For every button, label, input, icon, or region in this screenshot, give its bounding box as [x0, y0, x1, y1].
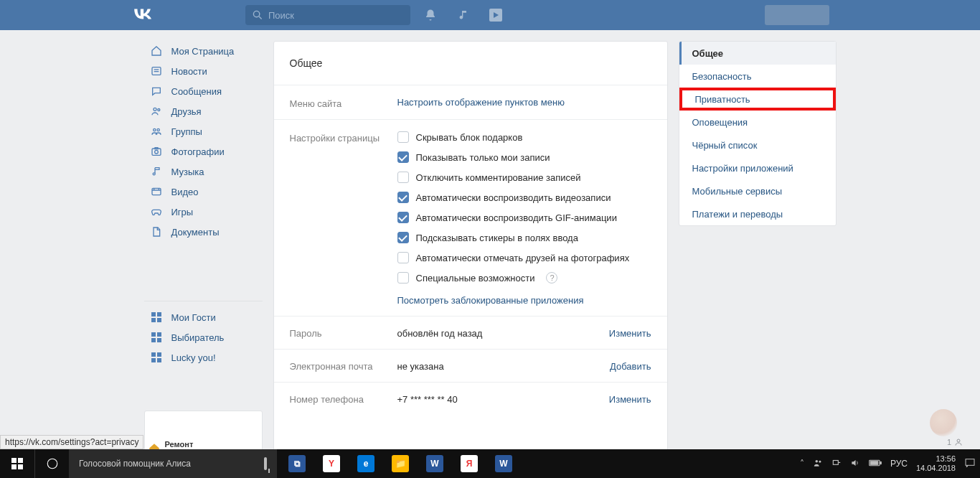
- nav-news[interactable]: Новости: [144, 61, 263, 81]
- nav-games[interactable]: Игры: [144, 202, 263, 222]
- tray-battery-icon[interactable]: [869, 459, 882, 461]
- settings-tab[interactable]: Чёрный список: [679, 133, 836, 156]
- nav-label: Мои Гости: [171, 312, 216, 323]
- nav-groups[interactable]: Группы: [144, 121, 263, 141]
- nav-label: Игры: [171, 207, 194, 217]
- chat-counter[interactable]: 1: [947, 438, 963, 446]
- taskbar-app[interactable]: Я: [452, 449, 486, 461]
- settings-tab[interactable]: Безопасность: [679, 65, 836, 88]
- info-value: не указана: [397, 361, 611, 372]
- svg-point-16: [815, 459, 818, 461]
- taskbar-app[interactable]: W: [418, 449, 452, 461]
- music-note-icon: [149, 164, 164, 179]
- music-icon[interactable]: [456, 8, 471, 22]
- info-action-link[interactable]: Изменить: [609, 394, 651, 405]
- system-tray: ˄ РУС 13:5614.04.2018: [800, 449, 980, 461]
- chat-avatar[interactable]: [930, 409, 957, 436]
- tray-network-icon[interactable]: [831, 458, 842, 461]
- configure-menu-link[interactable]: Настроить отображение пунктов меню: [397, 97, 565, 108]
- nav-messages[interactable]: Сообщения: [144, 81, 263, 101]
- info-value: обновлён год назад: [397, 328, 609, 339]
- tray-volume-icon[interactable]: [850, 458, 860, 461]
- checkbox-row[interactable]: Показывать только мои записи: [397, 151, 651, 163]
- tray-chevron-icon[interactable]: ˄: [800, 459, 804, 461]
- checkbox[interactable]: [397, 172, 409, 183]
- player-icon[interactable]: [489, 9, 502, 22]
- help-icon[interactable]: ?: [546, 272, 557, 283]
- checkbox-row[interactable]: Отключить комментирование записей: [397, 172, 651, 183]
- svg-rect-23: [966, 459, 974, 461]
- info-row: Электронная почтане указанаДобавить: [290, 350, 651, 382]
- taskbar-app[interactable]: W: [486, 449, 521, 461]
- checkbox-row[interactable]: Автоматически воспроизводить GIF-анимаци…: [397, 212, 651, 223]
- checkbox-label: Автоматически воспроизводить видеозаписи: [416, 192, 611, 203]
- settings-tab[interactable]: Оповещения: [679, 111, 836, 133]
- nav-my-page[interactable]: Моя Страница: [144, 41, 263, 61]
- tray-notifications-icon[interactable]: [964, 457, 976, 461]
- groups-icon: [149, 123, 164, 139]
- checkbox[interactable]: [397, 151, 409, 163]
- nav-friends[interactable]: Друзья: [144, 101, 263, 121]
- checkbox[interactable]: [397, 272, 409, 283]
- settings-tab[interactable]: Общее: [679, 42, 836, 65]
- taskbar-app[interactable]: Y: [314, 449, 349, 461]
- search-input[interactable]: [267, 9, 389, 22]
- nav-label: Музыка: [171, 167, 204, 177]
- nav-guests[interactable]: Мои Гости: [144, 307, 263, 327]
- checkbox[interactable]: [397, 232, 409, 243]
- nav-lucky[interactable]: Lucky you!: [144, 347, 263, 367]
- tray-clock[interactable]: 13:5614.04.2018: [916, 454, 956, 461]
- checkbox[interactable]: [397, 252, 409, 263]
- checkbox-row[interactable]: Автоматически отмечать друзей на фотогра…: [397, 252, 651, 263]
- page-settings-row: Настройки страницы Скрывать блок подарко…: [290, 120, 651, 316]
- svg-point-14: [957, 439, 960, 442]
- header-bar: [0, 0, 980, 30]
- checkbox-row[interactable]: Подсказывать стикеры в полях ввода: [397, 232, 651, 243]
- nav-label: Документы: [171, 227, 220, 238]
- settings-tab[interactable]: Настройки приложений: [679, 156, 836, 179]
- checkbox-row[interactable]: Скрывать блок подарков: [397, 131, 651, 143]
- windows-taskbar: Голосовой помощник Алиса ⧉ Y e 📁 W Я W ˄…: [0, 449, 980, 461]
- nav-video[interactable]: Видео: [144, 182, 263, 202]
- taskbar-app[interactable]: 📁: [383, 449, 418, 461]
- cortana-icon[interactable]: [34, 449, 69, 461]
- checkbox-row[interactable]: Автоматически воспроизводить видеозаписи: [397, 192, 651, 203]
- svg-point-7: [153, 128, 155, 131]
- nav-label: Фотографии: [171, 146, 225, 157]
- app-grid-icon: [149, 309, 164, 325]
- nav-label: Выбиратель: [171, 332, 225, 343]
- news-icon: [149, 63, 164, 79]
- checkbox-row[interactable]: Специальные возможности?: [397, 272, 651, 283]
- notifications-icon[interactable]: [423, 8, 438, 22]
- checkbox[interactable]: [397, 192, 409, 203]
- nav-documents[interactable]: Документы: [144, 222, 263, 242]
- svg-point-15: [47, 459, 57, 461]
- info-action-link[interactable]: Изменить: [609, 328, 651, 339]
- nav-chooser[interactable]: Выбиратель: [144, 327, 263, 347]
- voice-assistant-bar[interactable]: Голосовой помощник Алиса: [69, 449, 277, 461]
- profile-menu[interactable]: [765, 5, 829, 25]
- mic-icon[interactable]: [264, 459, 267, 461]
- taskbar-app[interactable]: ⧉: [280, 449, 314, 461]
- tray-people-icon[interactable]: [813, 458, 823, 461]
- settings-tab[interactable]: Платежи и переводы: [679, 202, 836, 225]
- settings-tab[interactable]: Мобильные сервисы: [679, 179, 836, 202]
- tray-lang[interactable]: РУС: [890, 459, 908, 461]
- page-title: Общее: [290, 57, 651, 69]
- nav-label: Новости: [171, 66, 207, 77]
- svg-point-8: [157, 128, 159, 131]
- blocked-apps-link[interactable]: Посмотреть заблокированные приложения: [397, 295, 584, 306]
- checkbox[interactable]: [397, 131, 409, 143]
- info-value: +7 *** *** ** 40: [397, 394, 609, 405]
- settings-tab[interactable]: Приватность: [679, 88, 836, 111]
- start-button[interactable]: [0, 449, 34, 461]
- search-box[interactable]: [245, 5, 410, 25]
- taskbar-app[interactable]: e: [349, 449, 383, 461]
- svg-rect-13: [152, 188, 161, 195]
- nav-music[interactable]: Музыка: [144, 161, 263, 182]
- info-action-link[interactable]: Добавить: [610, 361, 651, 372]
- photo-icon: [149, 144, 164, 159]
- vk-logo-icon[interactable]: [133, 6, 156, 24]
- nav-photos[interactable]: Фотографии: [144, 141, 263, 161]
- checkbox[interactable]: [397, 212, 409, 223]
